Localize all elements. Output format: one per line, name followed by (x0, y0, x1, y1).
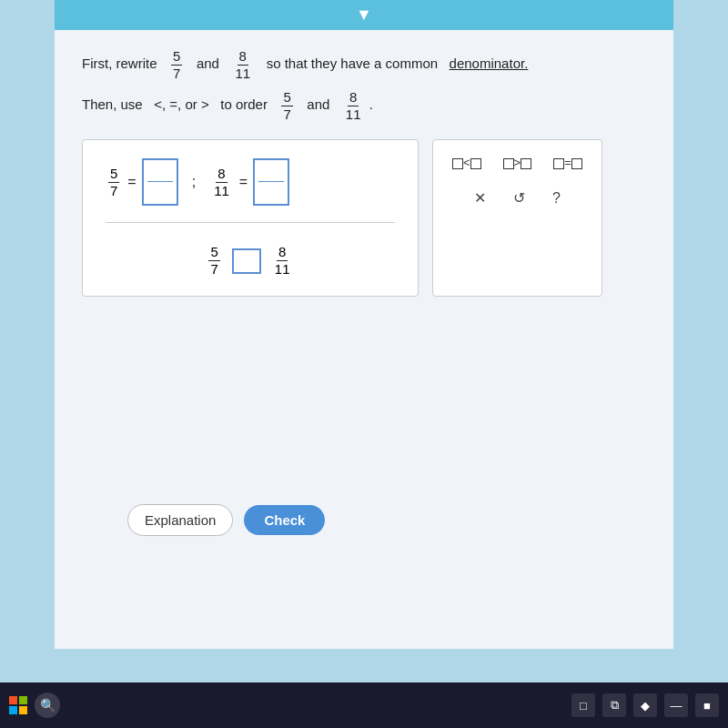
fraction-8-11-compare: 8 11 (273, 244, 292, 278)
equals-2: = (239, 174, 248, 190)
instruction-suffix-1: so that they have a common (267, 56, 438, 71)
input-fraction-2 (253, 158, 289, 206)
square-right-eq (571, 158, 582, 169)
square-right-lt (470, 158, 481, 169)
bottom-action-bar: Explanation Check (109, 491, 619, 549)
fraction-5-7: 5 7 (171, 48, 182, 82)
fraction-8-11-line2: 8 11 (344, 89, 363, 123)
fraction-8-11: 8 11 (233, 48, 252, 82)
action-buttons-row: ✕ ↺ ? (448, 187, 587, 209)
taskbar-icon-4[interactable]: — (664, 693, 688, 717)
greater-than-symbol-btn[interactable]: > (499, 153, 537, 172)
left-answer-box: 5 7 = ; 8 11 = (82, 139, 419, 297)
taskbar-icon-3[interactable]: ◆ (633, 693, 657, 717)
fraction-group-2: 8 11 = (209, 158, 289, 206)
content-area: First, rewrite 5 7 and 8 11 so that they… (55, 30, 673, 649)
taskbar-search-icon[interactable]: 🔍 (35, 693, 60, 718)
chevron-down-icon: ▼ (356, 5, 372, 25)
input-denominator-2[interactable] (258, 182, 284, 202)
square-left-lt (452, 158, 463, 169)
taskbar-icon-5[interactable]: ■ (695, 693, 719, 717)
right-symbol-panel: < > = ✕ ↺ ? (432, 139, 602, 297)
square-left-gt (503, 158, 514, 169)
check-button[interactable]: Check (244, 505, 325, 535)
fraction-5-7-line2: 5 7 (281, 89, 292, 123)
equals-1: = (127, 174, 136, 190)
instruction-and-2: and (307, 96, 329, 112)
square-right-gt (521, 158, 531, 169)
undo-button[interactable]: ↺ (508, 187, 531, 209)
fraction-8-11-main: 8 11 (212, 166, 231, 199)
instruction-line-2: Then, use <, =, or > to order 5 7 and 8 … (82, 89, 646, 123)
explanation-button[interactable]: Explanation (127, 504, 233, 536)
less-than-symbol-btn[interactable]: < (448, 153, 486, 172)
comparison-symbols-row: < > = (448, 153, 587, 172)
taskbar-icon-1[interactable]: □ (571, 693, 595, 717)
help-button[interactable]: ? (547, 187, 566, 209)
input-fraction-1 (142, 158, 178, 206)
instruction-to-order: to order (220, 96, 268, 112)
denominator-link[interactable]: denominator. (450, 56, 529, 71)
instruction-prefix-2: Then, use (82, 96, 143, 112)
semicolon: ; (192, 174, 196, 190)
fraction-5-7-compare: 5 7 (208, 244, 219, 278)
equals-symbol-btn[interactable]: = (549, 153, 587, 172)
instruction-and-1: and (197, 56, 219, 71)
taskbar: 🔍 □ ⧉ ◆ — ■ (0, 682, 728, 728)
fraction-5-7-main: 5 7 (108, 166, 119, 199)
problem-container: 5 7 = ; 8 11 = (82, 139, 646, 297)
chevron-bar[interactable]: ▼ (55, 0, 673, 30)
comparison-operator-input[interactable] (232, 248, 261, 274)
comparison-row: 5 7 8 11 (106, 239, 395, 278)
input-numerator-1[interactable] (147, 162, 173, 182)
instruction-prefix-1: First, rewrite (82, 56, 157, 71)
fraction-group-1: 5 7 = (106, 158, 178, 206)
input-numerator-2[interactable] (258, 162, 284, 182)
square-left-eq (553, 158, 564, 169)
operators-text: <, =, or > (154, 96, 208, 112)
input-denominator-1[interactable] (147, 182, 173, 202)
instruction-line-1: First, rewrite 5 7 and 8 11 so that they… (82, 48, 646, 82)
windows-start-icon[interactable] (9, 696, 27, 714)
taskbar-icon-2[interactable]: ⧉ (602, 693, 626, 717)
fraction-equivalence-row: 5 7 = ; 8 11 = (106, 158, 395, 223)
taskbar-right-icons: □ ⧉ ◆ — ■ (571, 693, 719, 717)
close-button[interactable]: ✕ (469, 187, 491, 209)
